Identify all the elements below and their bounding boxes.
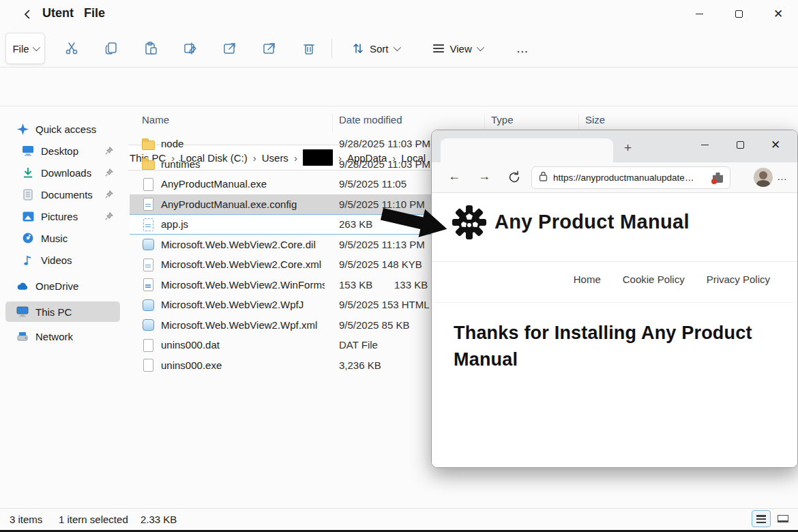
address-bar[interactable]: https://anyproductmanualupdate… (531, 166, 730, 189)
items-count: 3 items (10, 514, 42, 525)
sidebar-item-desktop[interactable]: Desktop (5, 141, 120, 161)
sidebar-label: Documents (41, 189, 93, 201)
browser-refresh-button[interactable] (507, 170, 522, 185)
folder-icon (142, 138, 154, 150)
sidebar-item-videos[interactable]: Videos (5, 250, 120, 270)
refresh-icon (507, 170, 522, 185)
delete-button[interactable] (296, 35, 322, 61)
chevron-down-icon (32, 44, 40, 51)
chevron-down-icon (393, 44, 400, 51)
details-view-icon (756, 515, 766, 523)
document-icon (22, 188, 34, 201)
column-header-type[interactable]: Type (491, 114, 514, 125)
config-file-icon (142, 198, 154, 210)
nav-privacy-policy-link[interactable]: Privacy Policy (707, 274, 770, 285)
minimize-icon (701, 145, 709, 145)
copy-button[interactable] (98, 35, 124, 61)
close-icon: ✕ (771, 139, 780, 151)
browser-window: + ✕ ← → https://anyproductmanualupdate… … (431, 130, 798, 468)
sidebar-item-downloads[interactable]: Downloads (5, 162, 120, 183)
sidebar-item-pictures[interactable]: Pictures (5, 206, 120, 226)
browser-tab[interactable] (441, 138, 613, 162)
browser-minimize-button[interactable] (687, 133, 722, 156)
sidebar-item-documents[interactable]: Documents (5, 184, 120, 205)
more-options-button[interactable]: … (505, 42, 541, 56)
sidebar-label: This PC (35, 306, 72, 318)
large-icons-view-button[interactable] (773, 510, 793, 527)
back-chevron-icon[interactable] (22, 8, 34, 20)
send-button[interactable] (256, 35, 282, 61)
explorer-titlebar: Utent File ✕ (0, 0, 798, 30)
site-title: Any Product Manual (494, 211, 690, 233)
view-icon (432, 42, 445, 55)
rename-icon (183, 41, 198, 56)
close-icon: ✕ (773, 8, 783, 20)
sidebar-item-quick-access[interactable]: Quick access (5, 119, 120, 139)
browser-close-button[interactable]: ✕ (758, 133, 793, 156)
view-button[interactable]: View (422, 35, 492, 62)
browser-content: Any Product Manual Home Cookie Policy Pr… (432, 193, 797, 467)
dll-file-icon (142, 299, 154, 311)
large-icons-view-icon (778, 515, 788, 522)
header-divider (432, 261, 797, 262)
nav-cookie-policy-link[interactable]: Cookie Policy (623, 274, 685, 285)
sidebar-item-onedrive[interactable]: OneDrive (5, 276, 120, 296)
extension-badge-icon[interactable] (713, 173, 723, 183)
sidebar-label: Music (41, 233, 68, 244)
browser-maximize-button[interactable] (722, 133, 758, 156)
address-row: ← → ↑ › This PC › Local Disk (C:) › User… (0, 68, 798, 106)
new-tab-button[interactable]: + (624, 141, 632, 154)
browser-toolbar: ← → https://anyproductmanualupdate… … (432, 162, 797, 193)
explorer-toolbar: File Sort View … (0, 30, 798, 68)
cut-button[interactable] (59, 35, 85, 61)
selection-count: 1 itern selected (59, 514, 128, 525)
dll-file-icon (142, 238, 154, 250)
download-icon (22, 166, 34, 179)
sidebar-item-music[interactable]: Music (5, 228, 120, 248)
selection-size: 2.33 KB (141, 514, 177, 525)
sidebar-label: Downloads (41, 167, 91, 179)
view-label: View (450, 43, 472, 55)
column-headers: Name Date modified Type Size (130, 110, 798, 131)
dll-file-icon (142, 319, 154, 331)
sort-label: Sort (370, 43, 389, 55)
column-header-size[interactable]: Size (585, 114, 605, 125)
sidebar-item-network[interactable]: Network (5, 326, 120, 346)
sort-button[interactable]: Sort (342, 35, 409, 62)
file-menu-button[interactable]: File (5, 33, 45, 64)
browser-more-button[interactable]: … (777, 171, 788, 182)
profile-avatar[interactable] (754, 168, 773, 187)
details-view-button[interactable] (752, 510, 771, 527)
browser-forward-button[interactable]: → (478, 169, 490, 183)
copy-icon (104, 41, 119, 56)
sidebar-item-this-pc[interactable]: This PC (5, 301, 120, 322)
share-button[interactable] (217, 35, 243, 61)
pin-icon (105, 147, 113, 155)
videos-icon (22, 254, 34, 266)
status-bar: 3 items 1 itern selected 2.33 KB (0, 508, 798, 530)
paste-button[interactable] (138, 35, 164, 61)
minimize-button[interactable] (679, 0, 719, 27)
cut-icon (64, 41, 79, 56)
gear-logo-icon (451, 204, 488, 241)
network-icon (16, 330, 29, 342)
sidebar-label: Quick access (35, 123, 96, 135)
file-icon (142, 178, 154, 190)
rename-button[interactable] (177, 35, 203, 61)
site-navigation: Home Cookie Policy Privacy Policy (574, 267, 770, 291)
content-divider (434, 302, 795, 303)
close-button[interactable]: ✕ (758, 0, 798, 27)
sidebar-label: OneDrive (35, 280, 78, 292)
column-header-date-modified[interactable]: Date modified (339, 114, 402, 125)
nav-home-link[interactable]: Home (574, 274, 601, 285)
file-icon (142, 359, 154, 371)
maximize-icon (737, 141, 744, 149)
pin-icon (105, 190, 113, 198)
browser-back-button[interactable]: ← (448, 169, 460, 183)
chevron-down-icon (477, 44, 484, 51)
file-icon (142, 339, 154, 351)
xml-file-icon (142, 258, 154, 271)
column-header-name[interactable]: Name (142, 114, 169, 125)
maximize-button[interactable] (719, 0, 758, 27)
file-menu-label: File (12, 43, 29, 55)
